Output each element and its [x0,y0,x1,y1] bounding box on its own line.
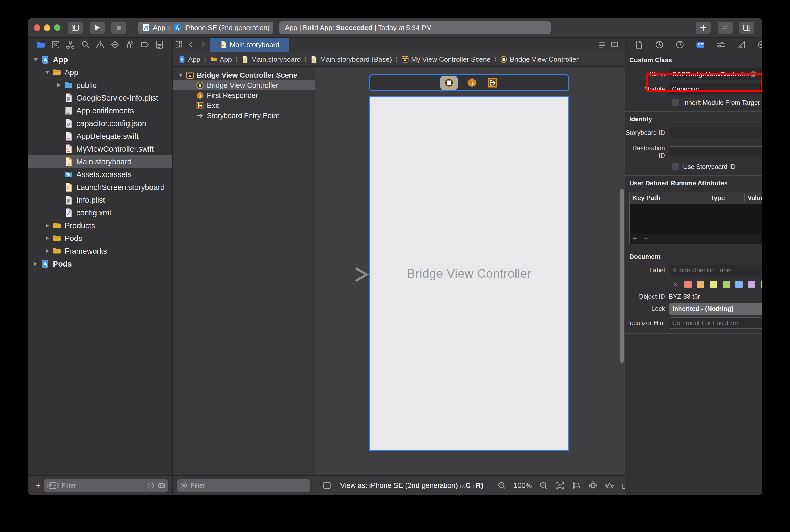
file-row-capacitor-config-json[interactable]: capacitor.config.json [28,117,172,130]
outline-row-first-responder[interactable]: 1First Responder [173,91,315,100]
navigator-tab-debug-icon[interactable] [125,40,135,50]
file-row-products[interactable]: Products [28,219,172,232]
swatch-4[interactable] [735,281,743,288]
disclosure-open-icon[interactable] [43,68,51,76]
back-button[interactable] [185,38,197,52]
zoom-window-button[interactable] [54,24,60,31]
close-window-button[interactable] [34,24,40,31]
use-storyboard-id-checkbox[interactable] [672,163,679,171]
code-review-button[interactable] [718,22,733,34]
file-row-config-xml[interactable]: config.xml [28,206,172,219]
storyboard-id-input[interactable] [669,127,762,138]
disclosure-closed-icon[interactable] [32,260,40,268]
outline-row-storyboard-entry-point[interactable]: Storyboard Entry Point [173,111,315,121]
navigator-tab-project-icon[interactable] [36,40,45,50]
swatch-5[interactable] [748,281,755,288]
source-control-status-icon[interactable] [157,481,166,490]
canvas-surface[interactable]: 1 Bridge View Controller [315,67,638,475]
device-orientation-icon[interactable] [555,481,565,490]
inspector-tab-file-icon[interactable] [634,40,644,50]
navigator-tab-symbols-icon[interactable] [66,40,75,50]
navigator-filter-field[interactable]: Filter [44,479,168,492]
tab-main-storyboard[interactable]: Main.storyboard [210,38,289,52]
file-row-launchscreen-storyboard[interactable]: LaunchScreen.storyboard [28,181,172,194]
align-icon[interactable] [572,481,581,490]
navigator-tab-tests-icon[interactable] [110,40,120,50]
inspector-tab-size-icon[interactable] [736,40,746,50]
inspector-tab-attributes-icon[interactable] [716,40,726,50]
exit-icon[interactable] [487,77,498,88]
restoration-id-input[interactable] [669,146,762,157]
swatch-1[interactable] [697,281,704,288]
file-row-info-plist[interactable]: Info.plist [28,194,172,206]
file-row-pods[interactable]: Pods [28,258,172,270]
file-row-main-storyboard[interactable]: Main.storyboard [28,155,172,168]
document-label-input[interactable] [669,265,762,276]
activity-status[interactable]: App | Build App: Succeeded | Today at 5:… [279,21,551,34]
breadcrumb-main-storyboard-base[interactable]: Main.storyboard (Base) [310,55,392,63]
inspector-toggle-button[interactable] [739,22,754,34]
zoom-level[interactable]: 100% [514,481,532,490]
disclosure-open-icon[interactable] [32,56,40,63]
add-constraints-icon[interactable] [589,481,598,490]
add-attribute-button[interactable]: + [633,234,638,243]
filter-pill-icon[interactable] [46,481,59,490]
zoom-in-icon[interactable] [539,481,548,490]
inspector-tab-history-icon[interactable] [655,40,664,50]
recent-files-clock-icon[interactable] [147,481,155,490]
navigator-tab-find-icon[interactable] [81,40,90,50]
stop-button[interactable] [112,22,126,34]
disclosure-closed-icon[interactable] [55,81,63,89]
resolve-autolayout-icon[interactable] [605,481,614,490]
file-row-app[interactable]: App [28,53,172,66]
forward-button[interactable] [197,38,210,52]
file-row-public[interactable]: public [28,79,172,92]
library-add-button[interactable] [696,22,711,34]
swatch-0[interactable] [685,281,692,288]
swatch-6[interactable] [761,281,762,288]
first-responder-icon[interactable]: 1 [466,77,478,88]
runtime-attributes-table-body[interactable] [630,204,762,233]
disclosure-closed-icon[interactable] [43,234,51,242]
inspector-tab-help-icon[interactable] [675,40,685,50]
related-items-button[interactable] [173,38,185,52]
view-as-control[interactable]: View as: iPhone SE (2nd generation) (wC … [340,481,483,490]
minimize-window-button[interactable] [44,24,50,31]
breadcrumb-app[interactable]: App [178,55,200,63]
file-row-app-entitlements[interactable]: App.entitlements [28,104,172,117]
remove-attribute-button[interactable]: − [643,234,648,243]
storyboard-entry-point-arrow[interactable] [316,266,369,283]
file-row-myviewcontroller-swift[interactable]: MyViewController.swift [28,142,172,155]
run-button[interactable] [90,22,104,34]
outline-row-exit[interactable]: Exit [173,100,315,111]
outline-row-bridge-view-controller[interactable]: Bridge View Controller [173,80,315,91]
file-row-googleservice-info-plist[interactable]: GoogleService-Info.plist [28,92,172,104]
split-editor-button[interactable] [609,38,621,52]
dock-view-controller[interactable] [441,76,458,90]
navigator-toggle-button[interactable] [68,22,83,34]
disclosure-closed-icon[interactable] [43,247,51,255]
navigator-tab-source-control-icon[interactable] [51,40,60,50]
scheme-selector[interactable]: App ⟩ iPhone SE (2nd generation) [138,22,273,34]
disclosure-open-icon[interactable] [177,71,185,79]
outline-row-bridge-view-controller-scene[interactable]: Bridge View Controller Scene [173,70,315,80]
swatch-3[interactable] [723,281,730,288]
localizer-hint-input[interactable] [669,317,762,328]
canvas-vertical-scrollbar[interactable] [620,189,624,363]
inspector-tab-connections-icon[interactable] [757,40,762,50]
swatch-2[interactable] [710,281,717,288]
file-row-assets-xcassets[interactable]: Assets.xcassets [28,168,172,181]
breadcrumb-app[interactable]: App [210,55,232,63]
adjust-editor-button[interactable] [596,38,609,52]
add-file-button[interactable]: + [32,480,44,491]
breadcrumb-main-storyboard[interactable]: Main.storyboard [241,55,301,63]
inspector-tab-identity-icon[interactable] [696,40,705,50]
outline-filter-field[interactable]: Filter [177,479,310,492]
lock-popup[interactable]: Inherited - (Nothing) [669,303,762,315]
breadcrumb-my-view-controller-scene[interactable]: My View Controller Scene [401,55,491,63]
disclosure-closed-icon[interactable] [43,222,51,230]
file-row-frameworks[interactable]: Frameworks [28,245,172,258]
zoom-out-icon[interactable] [497,481,507,490]
navigator-tab-reports-icon[interactable] [155,40,165,50]
file-row-pods[interactable]: Pods [28,232,172,245]
